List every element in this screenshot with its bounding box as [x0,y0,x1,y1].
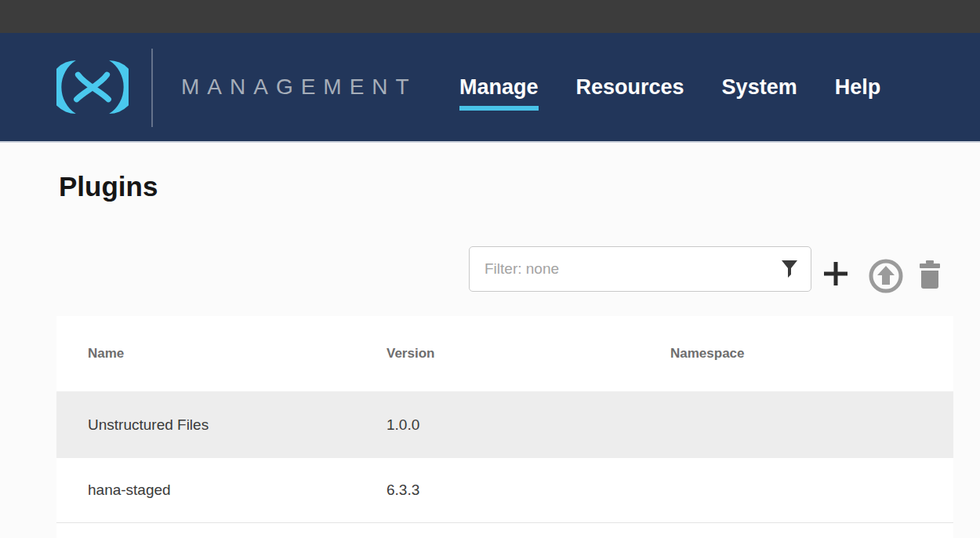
column-header-namespace[interactable]: Namespace [670,346,953,362]
delete-plugin-button[interactable] [918,260,942,289]
table-header-row: Name Version Namespace [56,316,953,391]
filter-box [469,246,811,292]
main-content: Plugins Name Version Name [0,143,980,536]
nav-item-help[interactable]: Help [835,75,881,111]
column-header-version[interactable]: Version [387,346,670,362]
add-plugin-button[interactable] [822,259,850,289]
plugin-name: Unstructured Files [88,416,387,434]
table-row[interactable]: hana-staged 6.3.3 [56,458,953,523]
filter-funnel-icon[interactable] [781,260,811,278]
page-title: Plugins [59,171,158,202]
main-nav: Manage Resources System Help [459,33,880,141]
nav-item-manage[interactable]: Manage [459,75,539,111]
plus-icon [822,260,850,288]
plugin-version: 1.0.0 [387,416,670,434]
product-label: MANAGEMENT [181,75,417,100]
browser-dark-strip [0,0,980,33]
upload-arrow-circle-icon [869,259,903,293]
filter-input[interactable] [470,247,781,291]
plugins-table: Name Version Namespace Unstructured File… [56,316,953,538]
nav-item-resources[interactable]: Resources [576,75,684,111]
app-header: MANAGEMENT Manage Resources System Help [0,33,980,143]
plugin-name: hana-staged [88,482,387,499]
table-row[interactable]: Unstructured Files 1.0.0 [56,391,953,458]
nav-item-system[interactable]: System [722,75,797,111]
header-divider [151,49,153,127]
upload-plugin-button[interactable] [869,259,903,293]
plugin-version: 6.3.3 [387,482,670,499]
trash-icon [918,260,942,289]
delphix-infinity-logo [56,56,129,118]
column-header-name[interactable]: Name [88,346,387,362]
